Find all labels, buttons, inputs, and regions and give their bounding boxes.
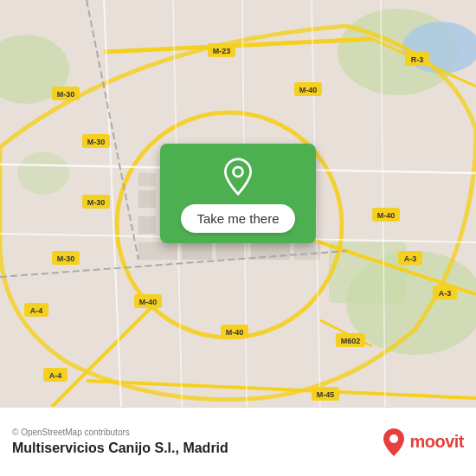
svg-text:A-3: A-3 [439,289,452,298]
svg-text:M-40: M-40 [299,86,318,94]
svg-text:A-3: A-3 [404,254,417,263]
svg-text:M-30: M-30 [57,254,75,263]
moovit-brand-text: moovit [409,432,464,452]
map-attribution: © OpenStreetMap contributors [12,428,382,437]
bottom-info: © OpenStreetMap contributors Multiservic… [12,428,382,456]
svg-point-4 [17,151,69,195]
svg-text:M-30: M-30 [57,90,75,99]
map-overlay-card[interactable]: Take me there [160,144,316,243]
bottom-bar: © OpenStreetMap contributors Multiservic… [0,407,476,476]
svg-text:A-4: A-4 [30,306,43,315]
svg-rect-10 [138,190,156,208]
moovit-pin-icon [382,428,406,457]
map-container: M-30 M-30 M-30 M-30 M-23 M-40 M-40 M-40 … [0,0,476,407]
svg-text:R-3: R-3 [411,55,424,64]
svg-rect-27 [216,242,247,260]
location-pin-icon [219,158,257,196]
svg-text:M-30: M-30 [87,198,106,207]
svg-text:M-45: M-45 [317,390,335,399]
svg-text:A-4: A-4 [49,371,62,380]
svg-point-78 [234,167,243,177]
svg-text:M-40: M-40 [226,328,244,337]
svg-text:M-40: M-40 [139,298,158,306]
svg-point-79 [389,434,398,443]
take-me-there-button[interactable]: Take me there [181,204,294,233]
svg-text:M-23: M-23 [213,47,231,55]
place-name: Multiservicios Canijo S.l., Madrid [12,441,382,456]
svg-text:M-40: M-40 [377,211,396,220]
svg-rect-18 [138,216,156,234]
svg-text:M602: M602 [341,337,361,345]
svg-rect-26 [182,242,212,260]
svg-rect-25 [138,242,177,260]
moovit-logo: moovit [382,428,464,457]
svg-text:M-30: M-30 [87,138,106,146]
svg-rect-7 [138,173,156,186]
